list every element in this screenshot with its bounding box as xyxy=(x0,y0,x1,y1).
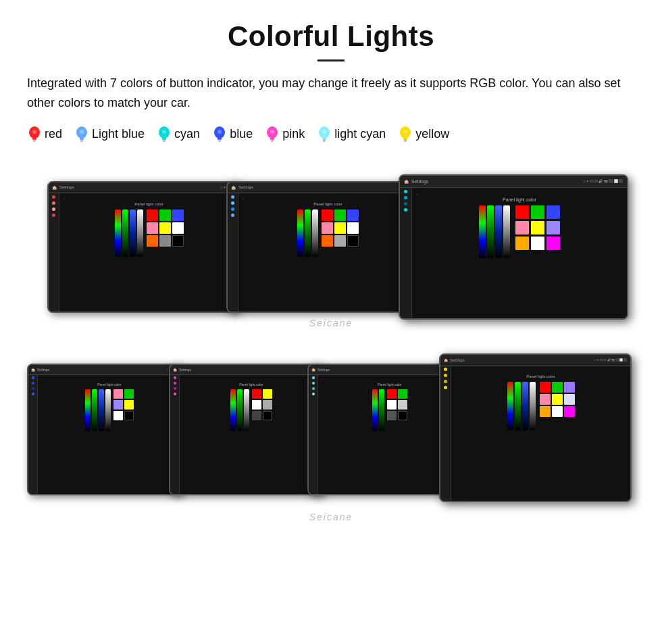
device-bottom-1: 🏠 Settings ◇ ♥ 20:24 ← Panel light color xyxy=(27,364,182,495)
color-item-lightcyan: light cyan xyxy=(317,125,386,144)
bulb-icon-lightcyan xyxy=(317,125,332,144)
bulb-icon-red xyxy=(27,125,42,144)
color-item-blue: blue xyxy=(212,125,253,144)
color-item-red: red xyxy=(27,125,62,144)
color-label-lightblue: Light blue xyxy=(92,127,145,141)
bulb-icon-cyan xyxy=(157,125,172,144)
svg-point-9 xyxy=(80,130,84,134)
svg-point-34 xyxy=(403,130,407,134)
device-top-2: 🏠 Settings ◇ ♥ 20:24 ← Panel light color xyxy=(226,181,419,313)
color-label-red: red xyxy=(45,127,62,141)
description-text: Integrated with 7 colors of button indic… xyxy=(27,74,635,113)
device-bottom-4: 🏠 Settings ◇ ♥ 20:24 🔊 📷 ⬛ ⬜ ⬛ ← Panel l… xyxy=(439,353,632,502)
svg-point-4 xyxy=(32,130,36,134)
page-container: Colorful Lights Integrated with 7 colors… xyxy=(0,0,662,560)
bottom-row-screens: 🏠 Settings ◇ ♥ 20:24 ← Panel light color xyxy=(27,343,635,532)
watermark-top: Seicane xyxy=(309,318,353,328)
color-label-pink: pink xyxy=(282,127,305,141)
svg-point-14 xyxy=(162,130,166,134)
device-top-1: 🏠 Settings ◇ ♥ 20:24 ← Panel light color xyxy=(47,181,240,313)
color-item-lightblue: Light blue xyxy=(74,125,145,144)
color-item-yellow: yellow xyxy=(398,125,449,144)
color-label-yellow: yellow xyxy=(415,127,449,141)
title-section: Colorful Lights xyxy=(27,20,635,61)
title-divider xyxy=(317,59,345,61)
color-item-pink: pink xyxy=(265,125,305,144)
top-row-screens: 🏠 Settings ◇ ♥ 20:24 ← Panel light color xyxy=(27,164,635,337)
device-top-3: 🏠 Settings ◇ ♥ 20:24 🔊 📷 ⬛ ⬜ ⬛ ← Panel l… xyxy=(399,174,628,320)
device-bottom-2: 🏠 Settings ◇ ♥ 20:24 ← Panel light color xyxy=(169,364,324,495)
screens-container: 🏠 Settings ◇ ♥ 20:24 ← Panel light color xyxy=(27,164,635,532)
page-title: Colorful Lights xyxy=(27,20,635,53)
watermark-bottom: Seicane xyxy=(309,512,353,522)
svg-point-24 xyxy=(270,130,274,134)
bulb-icon-pink xyxy=(265,125,280,144)
svg-point-19 xyxy=(218,130,222,134)
color-item-cyan: cyan xyxy=(157,125,200,144)
bulb-icon-blue xyxy=(212,125,227,144)
color-label-blue: blue xyxy=(230,127,253,141)
svg-point-29 xyxy=(322,130,326,134)
color-indicators: red Light blue cyan xyxy=(27,125,635,144)
color-label-cyan: cyan xyxy=(174,127,200,141)
bulb-icon-yellow xyxy=(398,125,413,144)
color-label-lightcyan: light cyan xyxy=(334,127,386,141)
bulb-icon-lightblue xyxy=(74,125,89,144)
